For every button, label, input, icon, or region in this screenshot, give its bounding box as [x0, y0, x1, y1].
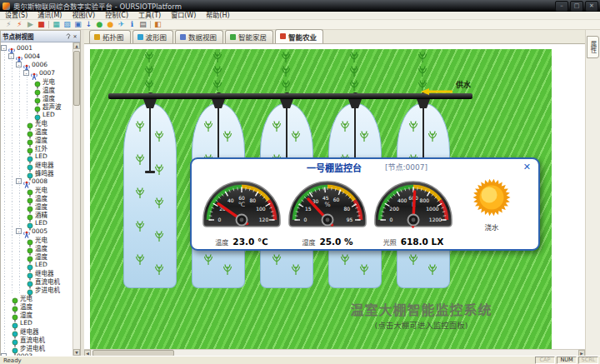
- actuator-icon: [26, 268, 34, 277]
- smart-home-icon[interactable]: ●: [94, 20, 105, 29]
- tree-item-继电器[interactable]: 继电器: [1, 268, 72, 277]
- tree-guide: [1, 135, 8, 143]
- tab-智能农业[interactable]: 智能农业: [275, 29, 323, 43]
- data-view-icon[interactable]: ▣: [72, 20, 83, 29]
- download-icon[interactable]: ↓: [83, 20, 94, 29]
- sensor-icon: [26, 185, 34, 193]
- temperature-gauge: 020406080100120℃温度23.0 ℃: [200, 175, 283, 248]
- tree-expander-icon[interactable]: -: [23, 70, 29, 76]
- tree-item-温度[interactable]: 温度: [1, 127, 72, 135]
- sensor-icon: [11, 293, 19, 302]
- svg-text:120: 120: [259, 217, 269, 222]
- plant-icon: [272, 119, 282, 136]
- tree-item-直流电机[interactable]: 直流电机: [1, 335, 72, 343]
- topology-view-icon[interactable]: ▦: [51, 20, 62, 29]
- pin-icon[interactable]: [65, 33, 72, 40]
- close-button[interactable]: ✕: [585, 1, 598, 12]
- menu-item-3[interactable]: 控制(C): [100, 12, 133, 19]
- tab-波形图[interactable]: 波形图: [132, 30, 174, 43]
- tree-item-0008[interactable]: -0008: [1, 177, 72, 185]
- tree-item-LED[interactable]: LED: [1, 260, 72, 268]
- scroll-up-icon[interactable]: ▲: [73, 42, 80, 49]
- tree-expander-icon[interactable]: -: [16, 62, 22, 67]
- humidity-gauge-value: 25.0 %: [319, 237, 352, 247]
- tree-item-超声波[interactable]: 超声波: [1, 102, 72, 110]
- tree-expander-icon[interactable]: -: [16, 178, 22, 184]
- menu-item-0[interactable]: 设置(S): [0, 12, 32, 19]
- svg-text:95: 95: [347, 217, 353, 222]
- dialog-close-icon[interactable]: ✕: [523, 162, 531, 172]
- scroll-down-icon[interactable]: ▼: [73, 349, 80, 356]
- panel-close-icon[interactable]: ✕: [72, 33, 78, 40]
- sensor-icon: [26, 127, 34, 135]
- tree-item-酒精[interactable]: 酒精: [1, 210, 72, 218]
- right-dock-tab[interactable]: 属性: [587, 36, 599, 58]
- tree-item-红外[interactable]: 红外: [1, 143, 72, 152]
- tree-item-0001[interactable]: -0001: [1, 43, 72, 52]
- humidity-gauge-label: 湿度: [302, 239, 315, 247]
- run-icon[interactable]: ▶: [25, 20, 36, 29]
- tab-智能家居[interactable]: 智能家居: [225, 30, 273, 43]
- minimize-button[interactable]: –: [555, 1, 568, 12]
- tree-item-光电[interactable]: 光电: [1, 77, 72, 85]
- tree-guide: [8, 93, 16, 102]
- tree-item-0004[interactable]: -0004: [1, 52, 72, 60]
- tree-item-继电器[interactable]: 继电器: [1, 327, 72, 335]
- tree-scrollbar-thumb[interactable]: [73, 51, 80, 106]
- tree-item-LED[interactable]: LED: [1, 318, 72, 327]
- tree-expander-icon[interactable]: -: [16, 228, 22, 234]
- connect-icon[interactable]: ⚡: [3, 20, 14, 29]
- menu-item-1[interactable]: 通讯(M): [32, 12, 67, 19]
- upgrade-icon[interactable]: ✈: [116, 20, 127, 29]
- tree-item-0006[interactable]: -0006: [1, 60, 72, 68]
- tree-item-温度[interactable]: 温度: [1, 243, 72, 252]
- tree-item-光电[interactable]: 光电: [1, 185, 72, 193]
- tree-item-步进电机[interactable]: 步进电机: [1, 343, 72, 352]
- node-tree-panel: 节点树视图 ✕ -0001-0004-0006-0007光电温度湿度超声波LED…: [0, 30, 81, 357]
- tree-item-温度[interactable]: 温度: [1, 85, 72, 93]
- tree-item-光电[interactable]: 光电: [1, 293, 72, 302]
- tree-item-光电[interactable]: 光电: [1, 235, 72, 243]
- actuator-icon: [26, 260, 34, 268]
- tree-scrollbar[interactable]: ▲ ▼: [72, 42, 80, 356]
- tree-expander-icon[interactable]: -: [8, 53, 14, 59]
- menu-item-6[interactable]: 帮助(H): [201, 12, 234, 19]
- tree-guide: [16, 85, 23, 93]
- disconnect-icon[interactable]: ⚡: [14, 20, 25, 29]
- tree-item-湿度[interactable]: 湿度: [1, 93, 72, 102]
- tab-数据视图[interactable]: 数据视图: [175, 30, 223, 43]
- exit-icon[interactable]: ◧: [152, 20, 163, 29]
- waveform-view-icon[interactable]: ▨: [62, 20, 72, 29]
- tree-item-湿度[interactable]: 湿度: [1, 252, 72, 260]
- tree-item-光电[interactable]: 光电: [1, 118, 72, 127]
- tree-item-蜂鸣器[interactable]: 蜂鸣器: [1, 168, 72, 177]
- stop-icon[interactable]: ■: [36, 20, 47, 29]
- tree-item-LED[interactable]: LED: [1, 218, 72, 227]
- tree-item-温度[interactable]: 温度: [1, 193, 72, 202]
- tree-item-湿度[interactable]: 湿度: [1, 310, 72, 318]
- virtual-keyboard-icon[interactable]: ▤: [138, 20, 148, 29]
- tree-item-继电器[interactable]: 继电器: [1, 160, 72, 168]
- menu-item-4[interactable]: 工具(T): [133, 12, 166, 19]
- menu-item-2[interactable]: 视图(V): [67, 12, 100, 19]
- menu-item-5[interactable]: 窗口(W): [166, 12, 201, 19]
- about-icon[interactable]: ℹ: [127, 20, 138, 29]
- tree-item-LED[interactable]: LED: [1, 110, 72, 118]
- tree-expander-icon[interactable]: -: [1, 45, 7, 51]
- tree-item-0007[interactable]: -0007: [1, 68, 72, 77]
- tree-item-LED[interactable]: LED: [1, 152, 72, 160]
- tree-item-湿度[interactable]: 湿度: [1, 202, 72, 210]
- tree-guide: [16, 260, 23, 268]
- tree-item-温度[interactable]: 温度: [1, 302, 72, 310]
- sensor-icon: [26, 135, 34, 143]
- maximize-button[interactable]: □: [570, 1, 583, 12]
- actuator-icon: [26, 168, 34, 177]
- tree-item-0005[interactable]: -0005: [1, 227, 72, 235]
- tab-拓扑图[interactable]: 拓扑图: [89, 30, 131, 43]
- tree-guide: [8, 260, 16, 268]
- tree-item-湿度[interactable]: 湿度: [1, 135, 72, 143]
- smart-agriculture-icon[interactable]: ●: [105, 20, 116, 29]
- tree-item-直流电机[interactable]: 直流电机: [1, 277, 72, 285]
- tree-item-步进电机[interactable]: 步进电机: [1, 285, 72, 293]
- watering-sun-button[interactable]: 浇水: [458, 175, 526, 232]
